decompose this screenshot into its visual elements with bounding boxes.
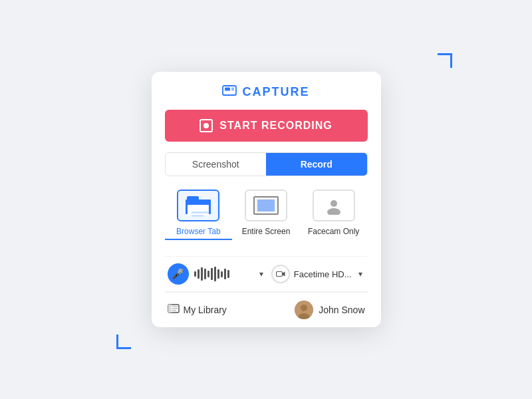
library-label: My Library xyxy=(184,305,227,315)
browser-tab-icon-box xyxy=(177,190,219,221)
camera-label: Facetime HD... xyxy=(294,269,352,279)
audio-bar xyxy=(227,270,229,278)
user-name-label: John Snow xyxy=(319,305,364,315)
mode-tab-switcher: Screenshot Record xyxy=(165,152,368,176)
entire-screen-icon-box xyxy=(245,190,287,221)
browser-tab-icon xyxy=(186,196,211,215)
tab-record[interactable]: Record xyxy=(266,153,367,176)
camera-icon-wrapper xyxy=(271,265,290,283)
entire-screen-label: Entire Screen xyxy=(242,227,291,236)
app-title: CAPTURE xyxy=(242,85,309,99)
library-svg-icon xyxy=(168,303,180,314)
facecam-icon xyxy=(321,196,346,215)
camera-icon xyxy=(276,271,285,277)
audio-bar xyxy=(204,269,206,279)
user-profile-button[interactable]: John Snow xyxy=(295,301,364,319)
browser-tab-label: Browser Tab xyxy=(176,227,220,236)
audio-bar xyxy=(217,269,219,279)
capture-logo-icon xyxy=(222,85,237,99)
svg-point-4 xyxy=(327,208,340,215)
audio-level-bars xyxy=(194,267,251,281)
rec-icon xyxy=(200,119,213,132)
audio-bar xyxy=(211,268,213,280)
svg-point-12 xyxy=(301,305,307,311)
corner-bracket-tr xyxy=(438,53,452,68)
record-mode-selector: Browser Tab Entire Screen xyxy=(165,187,368,245)
audio-bar xyxy=(198,269,200,279)
svg-rect-7 xyxy=(168,305,172,313)
audio-bar xyxy=(201,267,203,281)
svg-rect-5 xyxy=(276,272,282,277)
microphone-button[interactable]: 🎤 xyxy=(168,263,189,285)
library-icon xyxy=(168,303,180,317)
panel-header: CAPTURE xyxy=(165,85,368,99)
mode-facecam-only[interactable]: Facecam Only xyxy=(300,190,368,240)
svg-rect-2 xyxy=(231,88,234,91)
audio-bar xyxy=(194,271,196,277)
my-library-button[interactable]: My Library xyxy=(168,303,227,317)
capture-panel: CAPTURE START RECORDING Screenshot Recor… xyxy=(152,72,381,327)
panel-footer: My Library John Snow xyxy=(165,292,368,327)
facecam-only-label: Facecam Only xyxy=(308,227,359,236)
svg-rect-1 xyxy=(225,88,230,91)
start-recording-button[interactable]: START RECORDING xyxy=(165,110,368,142)
audio-bar xyxy=(207,271,209,277)
tab-screenshot[interactable]: Screenshot xyxy=(166,153,267,176)
mode-browser-tab[interactable]: Browser Tab xyxy=(165,190,233,240)
avatar xyxy=(295,301,313,319)
audio-bar xyxy=(221,271,223,277)
mode-entire-screen[interactable]: Entire Screen xyxy=(232,190,300,240)
mic-dropdown-button[interactable]: ▾ xyxy=(257,268,266,280)
microphone-icon: 🎤 xyxy=(172,268,184,280)
entire-screen-icon xyxy=(253,196,279,215)
facecam-icon-box xyxy=(313,190,355,221)
start-recording-label: START RECORDING xyxy=(219,120,332,132)
av-controls-bar: 🎤 ▾ Facetime HD... ▾ xyxy=(165,256,368,292)
camera-dropdown-button[interactable]: ▾ xyxy=(356,268,365,280)
camera-section: Facetime HD... ▾ xyxy=(271,265,365,283)
corner-bracket-bl xyxy=(116,334,131,349)
svg-point-3 xyxy=(331,200,337,207)
audio-bar xyxy=(214,267,216,281)
audio-bar xyxy=(224,269,226,279)
avatar-image xyxy=(295,301,313,319)
